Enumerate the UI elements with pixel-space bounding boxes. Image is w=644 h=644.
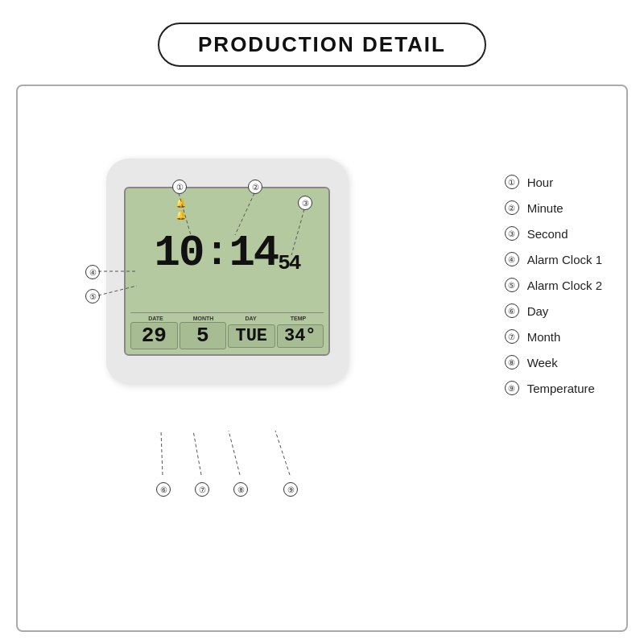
legend-label-2: Minute [527,201,564,215]
annotation-1: ① [172,180,187,194]
annotation-8: ⑧ [233,482,248,497]
temp-display: 34° [277,324,324,348]
annotation-2: ② [248,180,262,194]
legend-label-9: Temperature [527,382,595,395]
weekday-display: TUE [228,324,275,348]
date-display: 29 [130,322,178,349]
legend-item-3: ③ Second [505,226,602,241]
lcd-screen: 🔔 🔔 10 : 14 54 DATE MONTH DAY TEMP [124,187,330,356]
legend-num-3: ③ [505,226,519,241]
legend-label-4: Alarm Clock 1 [527,253,602,266]
page-title: PRODUCTION DETAIL [198,32,446,56]
clock-device: 🔔 🔔 10 : 14 54 DATE MONTH DAY TEMP [106,159,348,384]
svg-line-6 [193,431,201,475]
annotation-6: ⑥ [156,482,171,497]
hour-display: 10 [155,232,204,275]
legend-num-1: ① [505,175,519,189]
legend-item-9: ⑨ Temperature [505,381,602,395]
legend-item-7: ⑦ Month [505,329,602,344]
legend-label-6: Day [527,304,549,318]
temp-label: TEMP [275,316,322,321]
date-label: DATE [132,316,180,321]
legend-item-5: ⑤ Alarm Clock 2 [505,278,602,292]
detail-box: 🔔 🔔 10 : 14 54 DATE MONTH DAY TEMP [16,85,628,632]
legend-label-5: Alarm Clock 2 [527,279,602,292]
legend-label-3: Second [527,227,568,241]
legend-num-7: ⑦ [505,329,519,344]
legend-item-6: ⑥ Day [505,303,602,318]
alarm1-icon: 🔔 [175,198,187,208]
legend-label-8: Week [527,356,558,369]
legend-item-1: ① Hour [505,175,602,189]
legend-item-2: ② Minute [505,200,602,215]
month-display: 5 [180,322,227,349]
month-label: MONTH [180,316,227,321]
legend-label-7: Month [527,330,561,344]
alarm2-icon: 🔔 [175,210,187,221]
annotation-7: ⑦ [195,482,209,497]
legend-item-4: ④ Alarm Clock 1 [505,252,602,266]
svg-line-8 [275,431,290,475]
legend-num-4: ④ [505,252,519,266]
legend-num-9: ⑨ [505,381,519,395]
svg-line-5 [161,431,163,475]
legend-label-1: Hour [527,175,554,189]
legend-num-6: ⑥ [505,303,519,318]
legend-num-5: ⑤ [505,278,519,292]
page-title-container: PRODUCTION DETAIL [158,23,486,67]
svg-line-7 [229,431,240,475]
second-display: 54 [278,253,299,274]
minute-display: 14 [229,232,278,275]
annotation-9: ⑨ [283,482,298,497]
legend-num-2: ② [505,200,519,215]
legend-num-8: ⑧ [505,355,519,369]
annotation-3: ③ [298,196,312,210]
legend-item-8: ⑧ Week [505,355,602,369]
day-label: DAY [227,316,275,321]
colon: : [204,233,227,274]
annotation-4: ④ [85,265,100,279]
legend: ① Hour ② Minute ③ Second ④ Alarm Clock 1… [505,175,602,395]
annotation-5: ⑤ [85,289,100,303]
